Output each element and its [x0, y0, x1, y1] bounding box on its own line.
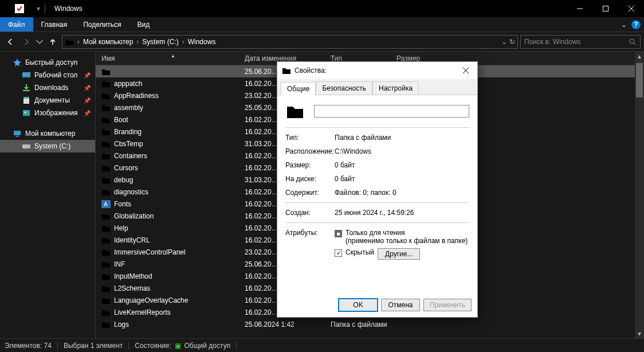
cancel-button[interactable]: Отмена — [381, 299, 420, 311]
nav-back-button[interactable] — [3, 35, 17, 49]
file-name: AppReadiness — [114, 92, 159, 100]
breadcrumb-item[interactable]: System (C:) — [140, 38, 180, 46]
search-placeholder: Поиск в: Windows — [524, 38, 629, 46]
scrollbar-thumb[interactable] — [636, 63, 643, 97]
folder-icon — [101, 152, 111, 160]
folder-icon — [282, 67, 291, 75]
dialog-close-button[interactable] — [454, 62, 477, 79]
ribbon-tab-file[interactable]: Файл — [0, 17, 33, 32]
search-input[interactable]: Поиск в: Windows — [520, 35, 641, 49]
ribbon-tab-view[interactable]: Вид — [129, 17, 158, 32]
prop-type-label: Тип: — [285, 134, 335, 142]
sidebar-my-computer[interactable]: Мой компьютер — [0, 127, 95, 140]
file-name: INF — [114, 260, 125, 268]
folder-icon — [285, 103, 305, 119]
scroll-up-icon[interactable]: ▴ — [635, 52, 644, 61]
pictures-icon — [22, 108, 31, 118]
other-attributes-button[interactable]: Другие... — [378, 248, 420, 260]
pin-icon: 📌 — [84, 85, 91, 91]
chevron-right-icon[interactable]: › — [76, 38, 81, 46]
file-name: Fonts — [114, 200, 131, 208]
file-name: Help — [114, 224, 128, 232]
folder-icon — [101, 140, 111, 148]
status-share: Общий доступ — [184, 342, 231, 350]
prop-ondisk-label: На диске: — [285, 175, 335, 183]
prop-location-value: C:\Windows — [335, 147, 469, 155]
status-state-label: Состояние: — [135, 342, 171, 350]
ok-button[interactable]: OK — [339, 299, 378, 311]
sidebar: Быстрый доступ Рабочий стол📌 Downloads📌 … — [0, 52, 95, 338]
svg-rect-15 — [15, 136, 19, 137]
column-header-name[interactable]: Имя▲ — [101, 54, 245, 62]
svg-line-6 — [634, 43, 636, 45]
qat-dropdown-icon[interactable]: ▾ — [37, 5, 40, 13]
sidebar-item-system-c[interactable]: System (C:) — [0, 140, 95, 152]
file-name: LanguageOverlayCache — [114, 296, 188, 304]
address-dropdown-icon[interactable]: ⌄ — [501, 38, 507, 46]
refresh-icon[interactable]: ↻ — [509, 38, 515, 46]
prop-contains-value: Файлов: 0; папок: 0 — [335, 189, 469, 197]
prop-created-value: 25 июня 2024 г., 14:59:26 — [335, 209, 469, 217]
pin-icon: 📌 — [84, 72, 91, 79]
scrollbar[interactable]: ▴ ▾ — [635, 52, 644, 338]
minimize-button[interactable] — [567, 0, 592, 17]
file-name: Branding — [114, 128, 142, 136]
status-selection: Выбран 1 элемент — [64, 342, 123, 350]
tab-security[interactable]: Безопасность — [316, 81, 372, 95]
file-type: Папка с файлами — [331, 320, 396, 328]
ribbon-tab-home[interactable]: Главная — [33, 17, 76, 32]
fonts-icon: A — [101, 200, 111, 208]
scroll-down-icon[interactable]: ▾ — [635, 329, 644, 338]
star-icon — [13, 58, 22, 67]
folder-icon — [101, 92, 111, 100]
navbar: › Мой компьютер › System (C:) › Windows … — [0, 32, 644, 52]
chevron-right-icon[interactable]: › — [135, 38, 140, 46]
folder-icon — [101, 236, 111, 244]
chevron-right-icon[interactable]: › — [181, 38, 186, 46]
close-button[interactable] — [618, 0, 644, 17]
table-row[interactable]: Logs25.06.2024 1:42Папка с файлами — [96, 318, 644, 330]
file-name: CbsTemp — [114, 140, 143, 148]
prop-type-value: Папка с файлами — [335, 134, 469, 142]
nav-history-dropdown[interactable] — [36, 35, 44, 49]
svg-rect-11 — [23, 97, 29, 99]
file-name: L2Schemas — [114, 284, 150, 292]
tab-general[interactable]: Общие — [281, 82, 316, 95]
prop-size-label: Размер: — [285, 161, 335, 169]
readonly-checkbox[interactable]: ■ — [335, 230, 342, 237]
address-bar[interactable]: › Мой компьютер › System (C:) › Windows … — [62, 35, 518, 49]
dialog-titlebar[interactable]: Свойства: — [277, 62, 477, 79]
tab-customize[interactable]: Настройка — [372, 81, 419, 95]
help-icon[interactable]: ? — [631, 20, 641, 29]
search-icon[interactable] — [629, 38, 637, 46]
file-name: debug — [114, 176, 133, 184]
sidebar-item-desktop[interactable]: Рабочий стол📌 — [0, 69, 95, 81]
sidebar-item-downloads[interactable]: Downloads📌 — [0, 81, 95, 94]
nav-up-button[interactable] — [46, 35, 60, 49]
prop-size-value: 0 байт — [335, 161, 469, 169]
breadcrumb-item[interactable]: Мой компьютер — [81, 38, 135, 46]
readonly-label: Только для чтения — [345, 229, 468, 237]
file-name: Logs — [114, 320, 129, 328]
folder-icon — [101, 248, 111, 256]
ribbon-collapse-icon[interactable]: ⌄ — [621, 21, 627, 29]
sidebar-item-documents[interactable]: Документы📌 — [0, 94, 95, 107]
sidebar-quick-access[interactable]: Быстрый доступ — [0, 56, 95, 69]
file-name: Globalization — [114, 212, 154, 220]
nav-forward-button[interactable] — [19, 35, 33, 49]
svg-rect-8 — [22, 76, 30, 77]
ribbon: Файл Главная Поделиться Вид ⌄ ? — [0, 17, 644, 32]
folder-icon — [65, 38, 74, 46]
folder-name-input[interactable] — [314, 105, 469, 118]
breadcrumb-item[interactable]: Windows — [186, 38, 218, 46]
apply-button[interactable]: Применить — [423, 299, 472, 311]
app-icon — [15, 4, 24, 13]
sidebar-item-pictures[interactable]: Изображения📌 — [0, 107, 95, 119]
share-icon: ▣ — [175, 342, 181, 350]
folder-icon — [101, 128, 111, 136]
titlebar: ▾ Windows — [0, 0, 644, 17]
maximize-button[interactable] — [592, 0, 618, 17]
ribbon-tab-share[interactable]: Поделиться — [75, 17, 129, 32]
sort-asc-icon: ▲ — [171, 53, 175, 58]
hidden-checkbox[interactable]: ✓ — [335, 249, 342, 257]
